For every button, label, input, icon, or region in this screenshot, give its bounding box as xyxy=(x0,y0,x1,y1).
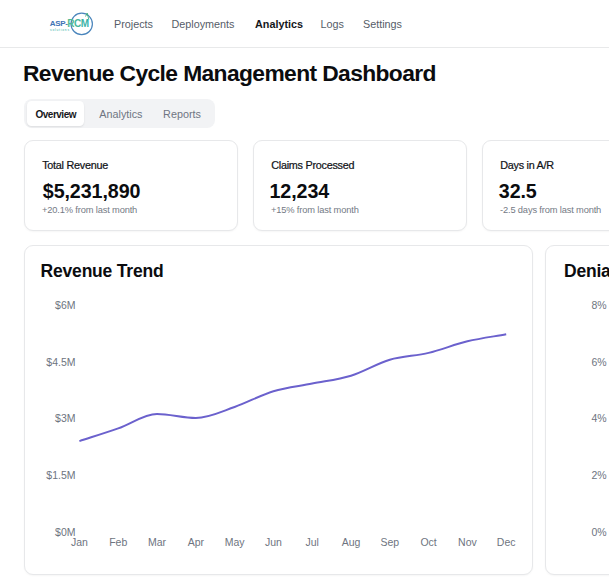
svg-text:$3M: $3M xyxy=(55,412,75,424)
svg-text:Jun: Jun xyxy=(265,536,282,548)
svg-text:2%: 2% xyxy=(591,469,606,481)
svg-text:4%: 4% xyxy=(591,412,606,424)
svg-text:6%: 6% xyxy=(591,356,606,368)
svg-text:Jan: Jan xyxy=(71,536,88,548)
svg-text:$1.5M: $1.5M xyxy=(46,469,75,481)
svg-text:Nov: Nov xyxy=(458,536,477,548)
svg-text:May: May xyxy=(225,536,246,548)
svg-text:Feb: Feb xyxy=(109,536,127,548)
svg-text:0%: 0% xyxy=(591,526,606,538)
svg-text:Dec: Dec xyxy=(497,536,516,548)
svg-text:solutions: solutions xyxy=(50,28,70,32)
svg-text:Sep: Sep xyxy=(380,536,399,548)
svg-text:$6M: $6M xyxy=(55,299,75,311)
svg-text:Apr: Apr xyxy=(188,536,205,548)
svg-text:RCM: RCM xyxy=(67,18,88,29)
svg-text:Aug: Aug xyxy=(342,536,361,548)
svg-text:8%: 8% xyxy=(591,299,606,311)
svg-text:Mar: Mar xyxy=(148,536,167,548)
svg-text:$4.5M: $4.5M xyxy=(46,356,75,368)
svg-text:Oct: Oct xyxy=(420,536,436,548)
svg-text:Jul: Jul xyxy=(305,536,318,548)
